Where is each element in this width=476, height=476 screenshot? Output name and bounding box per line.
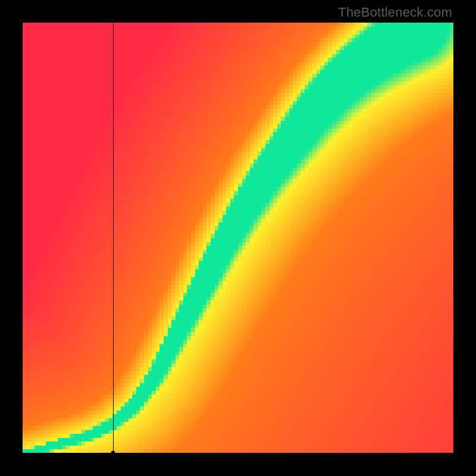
heatmap-plot [23,23,453,453]
watermark-text: TheBottleneck.com [338,5,452,20]
frame: TheBottleneck.com [0,0,476,476]
heatmap-canvas [23,23,453,453]
